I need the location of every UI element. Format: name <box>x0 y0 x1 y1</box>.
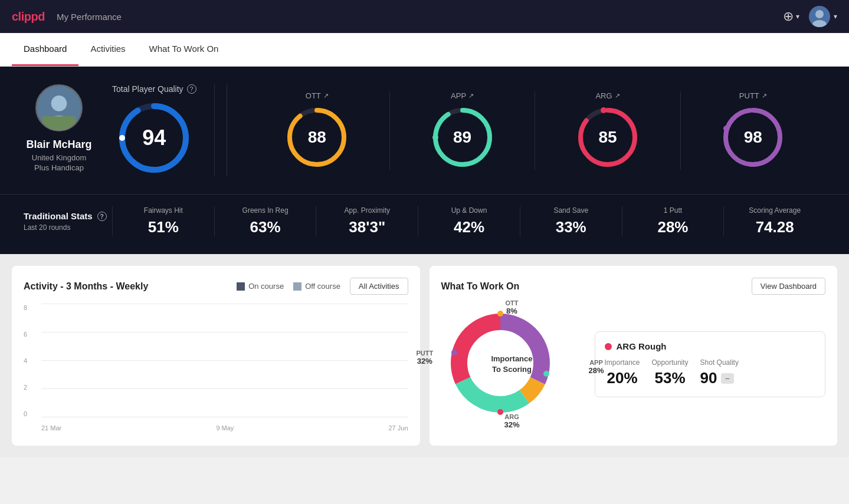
bottom-section: Activity - 3 Months - Weekly On course O… <box>0 254 849 457</box>
legend-off-course: Off course <box>293 282 340 291</box>
trad-updown: Up & Down 42% <box>418 206 520 236</box>
app-value: 89 <box>453 128 471 147</box>
updown-label: Up & Down <box>424 206 514 215</box>
logo: clippd <box>12 10 45 24</box>
ott-arrow-icon: ↗ <box>323 92 329 100</box>
svg-point-27 <box>543 371 549 377</box>
ott-label: OTT ↗ <box>306 91 329 100</box>
tab-activities[interactable]: Activities <box>78 33 137 66</box>
y-label-4: 4 <box>24 357 27 364</box>
y-label-0: 0 <box>24 410 27 417</box>
svg-point-17 <box>601 107 607 113</box>
x-label-jun: 27 Jun <box>388 424 408 431</box>
proximity-label: App. Proximity <box>322 206 412 215</box>
detail-card-header: ARG Rough <box>605 341 816 351</box>
app-label: APP ↗ <box>451 91 474 100</box>
y-label-8: 8 <box>24 304 27 311</box>
arg-seg-label: ARG <box>504 413 519 420</box>
tab-dashboard[interactable]: Dashboard <box>12 33 78 66</box>
header-right: ⊕ ▾ ▾ <box>783 6 837 27</box>
tpq-value: 94 <box>142 126 166 150</box>
scores-section: OTT ↗ 88 APP ↗ <box>227 84 825 176</box>
work-on-title: What To Work On <box>441 281 520 292</box>
1putt-label: 1 Putt <box>628 206 718 215</box>
svg-point-4 <box>51 95 67 111</box>
proximity-value: 38'3" <box>322 218 412 236</box>
fairways-label: Fairways Hit <box>119 206 208 215</box>
greens-value: 63% <box>221 218 310 236</box>
user-chevron: ▾ <box>834 12 837 21</box>
sandsave-value: 33% <box>526 218 616 236</box>
info-icon-tpq[interactable]: ? <box>187 84 196 94</box>
avatar <box>809 6 830 27</box>
trad-1putt: 1 Putt 28% <box>622 206 724 236</box>
opportunity-label: Opportunity <box>652 358 689 367</box>
bar-chart: 0 2 4 6 8 <box>24 304 408 434</box>
total-quality-label: Total Player Quality ? <box>112 84 196 94</box>
shot-quality-badge: – <box>721 373 735 384</box>
tab-what-to-work-on[interactable]: What To Work On <box>137 33 231 66</box>
tpq-circle: 94 <box>116 100 192 176</box>
y-label-6: 6 <box>24 331 27 338</box>
putt-seg-pct: 32% <box>417 356 434 365</box>
detail-title: ARG Rough <box>617 341 667 351</box>
header-title: My Performance <box>57 12 122 22</box>
opportunity-value: 53% <box>652 369 689 387</box>
svg-point-29 <box>451 350 457 355</box>
importance-label: Importance <box>605 358 640 367</box>
all-activities-button[interactable]: All Activities <box>350 278 408 295</box>
1putt-value: 28% <box>628 218 718 236</box>
ott-circle: 88 <box>284 105 349 170</box>
detail-card: ARG Rough Importance 20% Opportunity 53%… <box>595 331 826 397</box>
user-menu[interactable]: ▾ <box>809 6 837 27</box>
profile-image <box>37 84 81 131</box>
greens-label: Greens In Reg <box>221 206 310 215</box>
label-app: APP 28% <box>588 359 604 375</box>
score-app: APP ↗ 89 <box>390 91 535 170</box>
ott-seg-pct: 8% <box>506 307 519 315</box>
info-icon-trad[interactable]: ? <box>97 212 107 221</box>
scoring-label: Scoring Average <box>730 206 820 215</box>
work-on-header: What To Work On View Dashboard <box>441 278 826 295</box>
detail-importance: Importance 20% <box>605 358 640 387</box>
logo-text: clippd <box>12 10 45 24</box>
svg-point-28 <box>497 409 503 415</box>
view-dashboard-button[interactable]: View Dashboard <box>752 278 825 295</box>
ott-seg-label: OTT <box>506 299 519 307</box>
off-course-dot <box>293 282 301 291</box>
label-arg: ARG 32% <box>504 413 519 429</box>
y-axis: 0 2 4 6 8 <box>24 304 27 417</box>
arg-seg-pct: 32% <box>504 420 519 429</box>
plus-icon: ⊕ <box>783 9 794 24</box>
donut-center: ImportanceTo Scoring <box>489 354 536 375</box>
profile-avatar <box>35 84 83 131</box>
add-btn-chevron: ▾ <box>796 12 799 21</box>
putt-arrow-icon: ↗ <box>762 92 767 100</box>
svg-rect-6 <box>42 116 76 130</box>
bars-container <box>41 304 408 417</box>
trad-sandsave: Sand Save 33% <box>520 206 622 236</box>
on-course-dot <box>237 282 245 291</box>
arg-arrow-icon: ↗ <box>615 92 620 100</box>
putt-value: 98 <box>744 128 762 147</box>
detail-opportunity: Opportunity 53% <box>652 358 689 387</box>
label-putt: PUTT 32% <box>417 349 434 365</box>
add-button[interactable]: ⊕ ▾ <box>783 9 799 24</box>
trad-greens: Greens In Reg 63% <box>214 206 316 236</box>
shot-quality-value: 90 <box>700 369 717 387</box>
label-ott: OTT 8% <box>506 299 519 315</box>
traditional-stats: Traditional Stats ? Last 20 rounds Fairw… <box>0 194 849 254</box>
svg-point-1 <box>815 10 824 18</box>
sandsave-label: Sand Save <box>526 206 616 215</box>
app-seg-pct: 28% <box>588 366 604 375</box>
player-country: United Kingdom <box>32 153 87 162</box>
work-on-content: ImportanceTo Scoring OTT 8% APP 28% ARG … <box>441 304 826 424</box>
trad-stats-label: Traditional Stats ? Last 20 rounds <box>24 211 112 232</box>
donut-wrapper: ImportanceTo Scoring OTT 8% APP 28% ARG … <box>441 304 583 424</box>
app-arrow-icon: ↗ <box>468 92 474 100</box>
activity-title: Activity - 3 Months - Weekly <box>24 281 148 292</box>
y-label-2: 2 <box>24 384 27 391</box>
fairways-value: 51% <box>119 218 208 236</box>
shot-quality-row: 90 – <box>700 369 739 387</box>
score-putt: PUTT ↗ 98 <box>681 91 825 170</box>
